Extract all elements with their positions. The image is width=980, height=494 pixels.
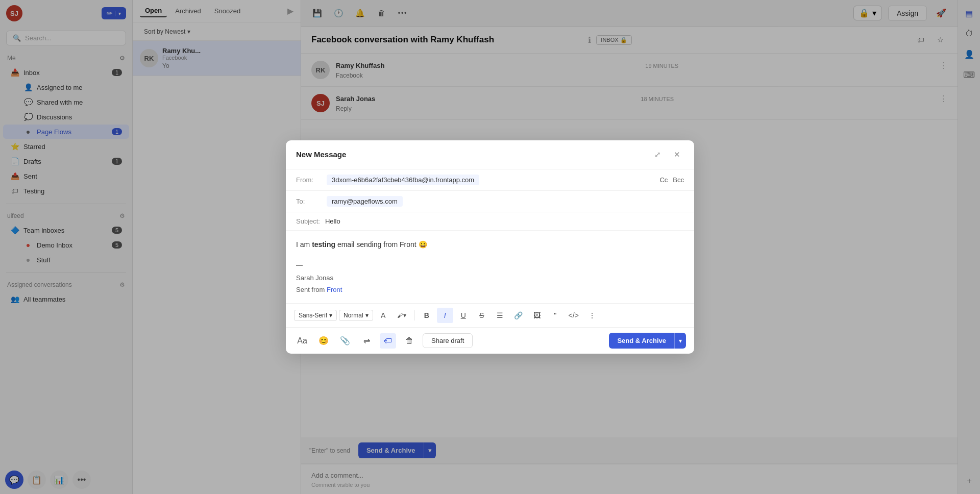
formatting-toolbar: Sans-Serif ▾ Normal ▾ A 🖌▾ B I U S ☰ 🔗 🖼… <box>286 303 694 327</box>
bcc-button[interactable]: Bcc <box>673 176 684 184</box>
send-button[interactable]: Send & Archive <box>609 333 674 349</box>
delete-icon[interactable]: 🗑 <box>401 333 418 349</box>
front-link[interactable]: Front <box>327 286 342 293</box>
body-prefix: I am <box>296 240 312 249</box>
cc-button[interactable]: Cc <box>659 176 668 184</box>
modal-overlay[interactable]: New Message ⤢ ✕ From: 3dxom-e6b6a2faf3cb… <box>0 0 980 494</box>
subject-label: Subject: <box>296 217 320 225</box>
image-tool[interactable]: 🖼 <box>529 308 545 323</box>
subject-field: Subject: Hello <box>286 212 694 231</box>
modal-body[interactable]: I am testing email sending from Front 😀 … <box>286 231 694 304</box>
font-family-value: Sans-Serif <box>299 312 327 319</box>
send-dropdown-button[interactable]: ▾ <box>674 333 686 349</box>
modal-bottom: Aa 😊 📎 ⇌ 🏷 🗑 Share draft Send & Archive … <box>286 327 694 354</box>
text-color-tool[interactable]: A <box>375 308 391 323</box>
from-value[interactable]: 3dxom-e6b6a2faf3cbeb436fba@in.frontapp.c… <box>327 175 479 185</box>
layout-icon[interactable]: ⇌ <box>358 333 375 349</box>
chevron-down-icon: ▾ <box>329 312 332 319</box>
body-text: I am testing email sending from Front 😀 <box>296 239 684 250</box>
attachment-icon[interactable]: 📎 <box>337 333 353 349</box>
body-bold: testing <box>312 240 335 249</box>
font-family-select[interactable]: Sans-Serif ▾ <box>294 310 337 321</box>
underline-tool[interactable]: U <box>455 308 472 323</box>
from-field: From: 3dxom-e6b6a2faf3cbeb436fba@in.fron… <box>286 169 694 191</box>
strikethrough-tool[interactable]: S <box>474 308 490 323</box>
tag-icon[interactable]: 🏷 <box>380 333 396 349</box>
share-draft-button[interactable]: Share draft <box>423 333 473 348</box>
subject-value[interactable]: Hello <box>325 217 340 225</box>
from-label: From: <box>296 176 322 184</box>
to-field: To: ramy@pageflows.com <box>286 191 694 212</box>
close-icon[interactable]: ✕ <box>670 147 684 162</box>
font-size-select[interactable]: Normal ▾ <box>339 310 373 321</box>
font-size-value: Normal <box>344 312 363 319</box>
modal-signature: — Sarah Jonas Sent from Front <box>296 260 684 295</box>
to-label: To: <box>296 197 322 205</box>
more-formatting-icon[interactable]: ⋮ <box>584 308 600 323</box>
send-archive-group: Send & Archive ▾ <box>609 333 686 349</box>
quote-tool[interactable]: " <box>547 308 564 323</box>
modal-title: New Message <box>296 150 346 159</box>
compose-modal: New Message ⤢ ✕ From: 3dxom-e6b6a2faf3cb… <box>286 140 694 354</box>
divider <box>414 310 414 320</box>
chevron-down-icon: ▾ <box>365 312 369 319</box>
cc-bcc-group: Cc Bcc <box>659 176 684 184</box>
to-value[interactable]: ramy@pageflows.com <box>327 196 403 207</box>
sent-from-text: Sent from <box>296 286 327 293</box>
code-tool[interactable]: </> <box>566 308 582 323</box>
signature-name: Sarah Jonas <box>296 273 684 284</box>
expand-icon[interactable]: ⤢ <box>650 147 665 162</box>
text-size-icon[interactable]: Aa <box>294 333 310 349</box>
link-tool[interactable]: 🔗 <box>510 308 527 323</box>
italic-tool[interactable]: I <box>437 308 453 323</box>
signature-separator: — <box>296 260 684 271</box>
highlight-color-tool[interactable]: 🖌▾ <box>394 308 410 323</box>
body-suffix: email sending from Front 😀 <box>335 240 427 249</box>
modal-header-icons: ⤢ ✕ <box>650 147 684 162</box>
modal-header: New Message ⤢ ✕ <box>286 140 694 169</box>
bullet-list-tool[interactable]: ☰ <box>492 308 508 323</box>
signature-sent: Sent from Front <box>296 285 684 295</box>
emoji-icon[interactable]: 😊 <box>315 333 332 349</box>
bold-tool[interactable]: B <box>419 308 435 323</box>
